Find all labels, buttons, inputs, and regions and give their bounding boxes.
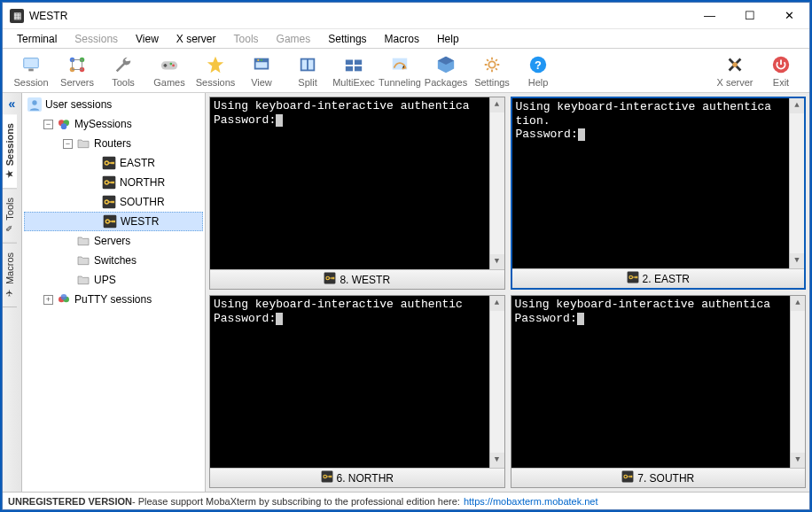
folder-icon xyxy=(76,234,90,248)
key-icon xyxy=(102,156,116,170)
key-icon xyxy=(621,470,634,485)
window-title: WESTR xyxy=(29,10,67,22)
terminal-pane-3[interactable]: Using keyboard-interactive authentica Pa… xyxy=(511,295,807,488)
user-icon xyxy=(27,97,42,112)
terminal-pane-0[interactable]: Using keyboard-interactive authentica Pa… xyxy=(209,97,505,290)
menubar: TerminalSessionsViewX serverToolsGamesSe… xyxy=(3,29,809,49)
terminal-output[interactable]: Using keyboard-interactive authentica Pa… xyxy=(210,97,504,269)
status-text: - Please support MobaXterm by subscribin… xyxy=(132,496,460,507)
terminal-tab[interactable]: 8. WESTR xyxy=(210,269,504,289)
help-icon xyxy=(527,54,549,75)
key-icon xyxy=(102,195,116,209)
maximize-button[interactable]: ☐ xyxy=(730,3,769,28)
toolbar-packages-button[interactable]: Packages xyxy=(423,50,469,91)
terminal-tab[interactable]: 2. EASTR xyxy=(512,268,805,288)
menu-x-server[interactable]: X server xyxy=(168,30,225,48)
terminal-tab[interactable]: 7. SOUTHR xyxy=(511,468,806,487)
terminal-output[interactable]: Using keyboard-interactive authentica ti… xyxy=(512,98,805,268)
titlebar: ▦ WESTR — ☐ ✕ xyxy=(3,3,809,29)
status-link[interactable]: https://mobaxterm.mobatek.net xyxy=(464,496,598,507)
toolbar-tools-button[interactable]: Tools xyxy=(100,50,146,91)
scrollbar[interactable]: ▲▼ xyxy=(790,296,805,468)
key-icon xyxy=(324,272,336,287)
tree-mysessions[interactable]: − MySessions xyxy=(24,114,203,134)
folder-icon xyxy=(76,136,90,151)
tree-putty-sessions[interactable]: + PuTTY sessions xyxy=(24,290,203,309)
terminal-output[interactable]: Using keyboard-interactive authentica Pa… xyxy=(511,296,806,468)
key-icon xyxy=(102,175,116,190)
split-icon xyxy=(297,54,318,75)
menu-help[interactable]: Help xyxy=(428,30,468,48)
servers-icon xyxy=(66,54,88,75)
key-icon xyxy=(321,470,333,485)
minimize-button[interactable]: — xyxy=(690,3,730,28)
tree-user-sessions[interactable]: User sessions xyxy=(24,95,203,114)
menu-terminal[interactable]: Terminal xyxy=(8,30,66,48)
toolbar-tunneling-button[interactable]: Tunneling xyxy=(377,50,423,91)
vtab-sessions[interactable]: ★Sessions xyxy=(3,114,17,189)
gamepad-icon xyxy=(159,54,180,75)
tree-session-southr[interactable]: SOUTHR xyxy=(24,192,203,212)
menu-tools: Tools xyxy=(225,30,268,48)
scrollbar[interactable]: ▲▼ xyxy=(489,296,504,468)
putty-icon xyxy=(57,292,71,306)
toolbar-split-button[interactable]: Split xyxy=(285,50,331,91)
monitor-icon xyxy=(20,54,42,75)
app-icon: ▦ xyxy=(10,9,24,23)
key-icon xyxy=(103,214,117,229)
sessions-icon xyxy=(57,117,71,131)
view-icon xyxy=(251,54,272,75)
terminal-output[interactable]: Using keyboard-interactive authentic Pas… xyxy=(210,296,504,468)
scrollbar[interactable]: ▲▼ xyxy=(489,97,504,269)
xserver-icon xyxy=(724,54,746,75)
tree-session-northr[interactable]: NORTHR xyxy=(24,173,203,192)
toolbar-games-button[interactable]: Games xyxy=(146,50,192,91)
toolbar: SessionServersToolsGamesSessionsViewSpli… xyxy=(3,49,809,93)
folder-icon xyxy=(76,253,90,268)
collapse-icon[interactable]: − xyxy=(43,120,53,129)
toolbar-xserver-button[interactable]: X server xyxy=(712,50,758,91)
tree-session-westr[interactable]: WESTR xyxy=(24,212,203,231)
sessions-tree[interactable]: User sessions − MySessions − Routers EAS… xyxy=(22,93,206,492)
scrollbar[interactable]: ▲▼ xyxy=(789,98,804,268)
menu-settings[interactable]: Settings xyxy=(319,30,375,48)
vertical-tabs: « ★Sessions✎Tools✈Macros xyxy=(3,93,22,492)
key-icon xyxy=(627,271,639,286)
menu-sessions: Sessions xyxy=(66,30,127,48)
terminal-grid: Using keyboard-interactive authentica Pa… xyxy=(206,93,809,492)
toolbar-servers-button[interactable]: Servers xyxy=(54,50,100,91)
tree-routers[interactable]: − Routers xyxy=(24,134,203,153)
menu-view[interactable]: View xyxy=(127,30,168,48)
menu-macros[interactable]: Macros xyxy=(376,30,428,48)
multi-icon xyxy=(343,54,364,75)
terminal-tab[interactable]: 6. NORTHR xyxy=(210,468,504,487)
tree-session-eastr[interactable]: EASTR xyxy=(24,153,203,173)
tree-switches[interactable]: Switches xyxy=(24,251,203,270)
vtab-tools[interactable]: ✎Tools xyxy=(3,189,17,244)
toolbar-session-button[interactable]: Session xyxy=(8,50,54,91)
terminal-pane-2[interactable]: Using keyboard-interactive authentic Pas… xyxy=(209,295,505,488)
expand-icon[interactable]: + xyxy=(43,295,53,305)
collapse-icon[interactable]: − xyxy=(63,139,73,149)
collapse-sidebar-button[interactable]: « xyxy=(3,93,21,114)
toolbar-sessions-button[interactable]: Sessions xyxy=(192,50,238,91)
terminal-pane-1[interactable]: Using keyboard-interactive authentica ti… xyxy=(511,97,807,290)
toolbar-exit-button[interactable]: Exit xyxy=(758,50,804,91)
tree-ups[interactable]: UPS xyxy=(24,270,203,290)
toolbar-view-button[interactable]: View xyxy=(238,50,285,91)
status-unregistered: UNREGISTERED VERSION xyxy=(8,496,132,507)
tree-servers[interactable]: Servers xyxy=(24,231,203,251)
toolbar-help-button[interactable]: Help xyxy=(515,50,561,91)
toolbar-multiexec-button[interactable]: MultiExec xyxy=(331,50,377,91)
vtab-macros[interactable]: ✈Macros xyxy=(3,244,17,307)
toolbar-settings-button[interactable]: Settings xyxy=(469,50,515,91)
folder-icon xyxy=(76,273,90,287)
menu-games: Games xyxy=(268,30,320,48)
app-window: ▦ WESTR — ☐ ✕ TerminalSessionsViewX serv… xyxy=(2,2,810,510)
close-button[interactable]: ✕ xyxy=(769,3,809,28)
power-icon xyxy=(770,54,792,75)
star-icon xyxy=(205,54,226,75)
wrench-icon xyxy=(113,54,134,75)
gear-icon xyxy=(481,54,503,75)
tunnel-icon xyxy=(389,54,410,75)
